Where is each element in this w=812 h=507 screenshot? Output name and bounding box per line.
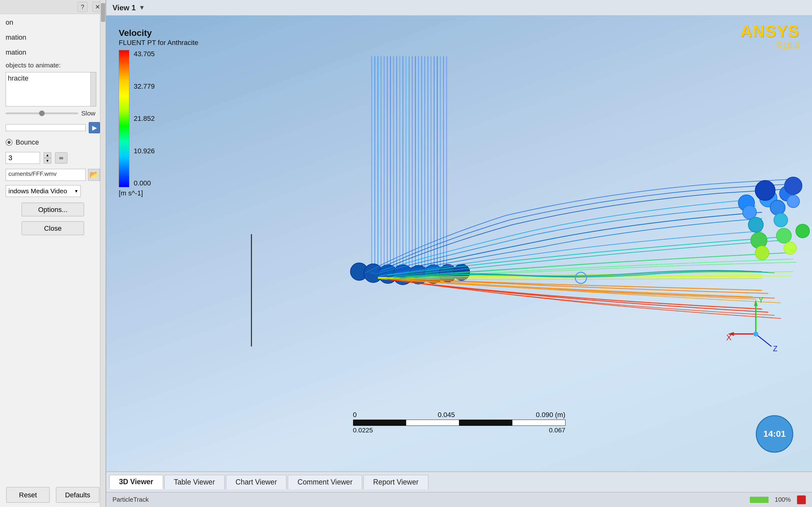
svg-point-45 [784,242,796,255]
format-arrow-icon: ▼ [74,188,79,193]
section-mation2: mation [0,44,106,59]
panel-scrollbar[interactable] [100,0,106,507]
axis-arrows: Y X Z [726,295,778,353]
scale-label-1: 0.045 [438,411,455,419]
left-panel: ? ✕ on mation mation objects to animate:… [0,0,106,507]
speed-row: Slow [0,106,106,120]
play-icon: ▶ [92,124,97,131]
spin-down-button[interactable]: ▼ [44,158,51,164]
viewport-header: View 1 ▼ [106,0,812,16]
scale-bar-graphic [353,419,565,426]
svg-point-43 [796,224,810,238]
particles-right [738,177,810,260]
playback-row: ▶ [0,120,106,135]
play-button[interactable]: ▶ [89,122,100,133]
scale-top-numbers: 0 0.045 0.090 (m) [353,411,565,419]
scroll-thumb [101,3,105,22]
svg-point-56 [753,332,758,337]
status-left: ParticleTrack [112,496,149,503]
bounce-row: Bounce [0,135,106,150]
svg-point-47 [784,177,802,194]
scale-sub-label-2: 0.067 [549,427,565,434]
repeat-input[interactable]: 3 [6,152,40,164]
horizontal-tracks [365,179,796,319]
close-button[interactable]: Close [21,221,84,235]
options-button[interactable]: Options... [21,203,84,216]
svg-point-37 [770,200,785,215]
svg-text:Y: Y [758,295,764,305]
tab-table-viewer[interactable]: Table Viewer [164,475,224,489]
playback-bar[interactable] [6,124,86,131]
time-display: 14:01 [756,415,793,453]
scale-seg-4 [512,419,565,426]
repeat-row: 3 ▲ ▼ ∞ [0,150,106,166]
bounce-label: Bounce [16,138,39,147]
svg-point-38 [787,195,800,208]
status-bar: ParticleTrack 100% [106,492,812,507]
scale-bar: 0 0.045 0.090 (m) 0.0225 0.067 [353,411,565,434]
visualization-svg: Y X Z [106,16,812,471]
svg-line-54 [756,334,771,346]
format-select[interactable]: indows Media Video ▼ [6,185,81,197]
file-path-input[interactable]: cuments/FFF.wmv [6,169,86,181]
reset-button[interactable]: Reset [6,487,50,503]
svg-point-42 [776,228,792,243]
speed-slider[interactable] [6,112,78,114]
bottom-buttons: Reset Defaults [0,483,106,507]
status-percent: 100% [775,496,791,503]
view-title: View 1 [112,3,136,12]
speed-thumb [39,111,45,116]
spinner: ▲ ▼ [44,152,51,164]
defaults-button[interactable]: Defaults [56,487,99,503]
svg-point-36 [743,206,756,219]
scale-seg-3 [459,419,512,426]
format-row: indows Media Video ▼ [0,183,106,199]
main-viewport: View 1 ▼ Velocity FLUENT PT for Anthraci… [106,0,812,507]
svg-point-44 [755,246,769,260]
svg-point-39 [748,217,763,232]
repeat-value: 3 [8,154,12,162]
radio-inner [7,141,11,144]
objects-label: objects to animate: [0,59,106,70]
svg-point-41 [751,232,767,248]
svg-point-40 [774,213,788,227]
speed-label: Slow [81,110,100,117]
scale-bottom-numbers: 0.0225 0.067 [353,427,565,434]
help-button[interactable]: ? [78,2,88,12]
tab-chart-viewer[interactable]: Chart Viewer [226,475,287,489]
objects-scrollbar[interactable] [90,72,96,106]
infinity-button[interactable]: ∞ [55,152,67,164]
scale-label-0: 0 [353,411,357,419]
file-row: cuments/FFF.wmv 📂 [0,166,106,183]
section-mation1: mation [0,29,106,44]
browse-button[interactable]: 📂 [88,169,100,181]
tab-comment-viewer[interactable]: Comment Viewer [288,475,362,489]
svg-point-46 [755,180,775,201]
objects-list[interactable]: hracite [6,72,96,106]
time-value: 14:01 [763,429,786,439]
tab-report-viewer[interactable]: Report Viewer [363,475,428,489]
bottom-tabs: 3D Viewer Table Viewer Chart Viewer Comm… [106,471,812,492]
scale-label-2: 0.090 (m) [536,411,565,419]
svg-marker-49 [754,300,758,306]
status-progress-bar [750,497,769,503]
tab-3d-viewer[interactable]: 3D Viewer [109,475,163,489]
format-label: indows Media Video [8,187,67,195]
svg-text:X: X [726,333,731,342]
bounce-radio[interactable] [6,139,12,146]
view-canvas[interactable]: Velocity FLUENT PT for Anthracite 43.705… [106,16,812,471]
browse-icon: 📂 [89,170,99,179]
file-path-text: cuments/FFF.wmv [8,170,57,177]
scale-seg-1 [353,419,406,426]
status-right: 100% [750,496,806,504]
scale-sub-label-1: 0.0225 [353,427,373,434]
panel-titlebar: ? ✕ [0,0,106,14]
svg-text:Z: Z [773,344,778,353]
vertical-tracks [372,56,447,278]
view-dropdown-arrow[interactable]: ▼ [139,4,145,11]
status-stop-button[interactable] [797,496,806,504]
section-on: on [0,14,106,29]
scale-seg-2 [406,419,459,426]
spin-up-button[interactable]: ▲ [44,152,51,158]
objects-item: hracite [8,74,29,82]
